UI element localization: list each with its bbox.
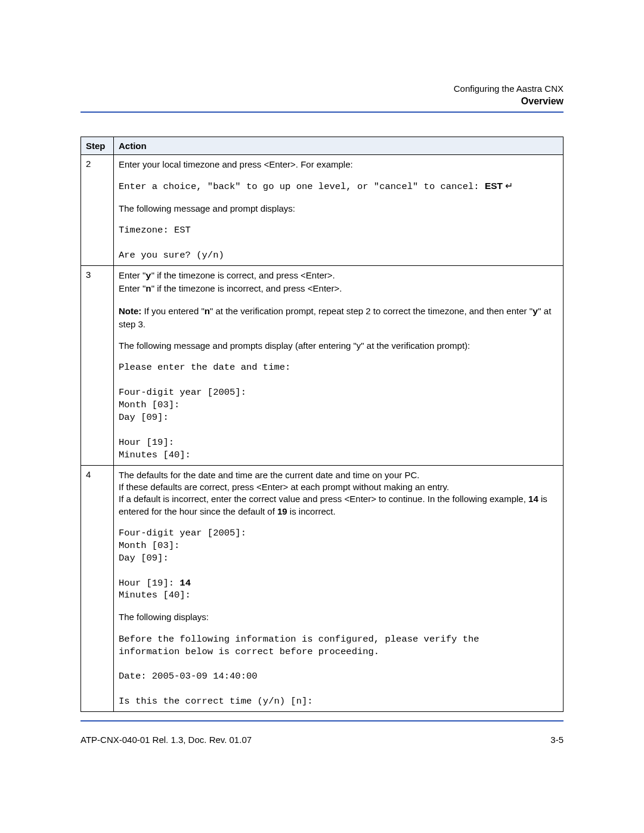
step-number: 4 [81,465,114,711]
page-header: Configuring the Aastra CNX Overview [80,83,564,107]
footer-rule [80,720,564,721]
table-row: 4 The defaults for the date and time are… [81,465,564,711]
step-action: The defaults for the date and time are t… [114,465,564,711]
return-icon: ↵ [503,181,513,191]
section-title: Overview [80,96,564,107]
footer-left: ATP-CNX-040-01 Rel. 1.3, Doc. Rev. 01.07 [80,735,252,745]
text: Enter "y" if the timezone is correct, an… [119,270,558,283]
table-row: 2 Enter your local timezone and press <E… [81,155,564,266]
code: Timezone: EST Are you sure? (y/n) [119,224,558,262]
step-number: 3 [81,266,114,466]
steps-table: Step Action 2 Enter your local timezone … [80,137,564,712]
col-action: Action [114,137,564,155]
table-row: 3 Enter "y" if the timezone is correct, … [81,266,564,466]
text: If these defaults are correct, press <En… [119,481,558,493]
text: The following displays: [119,611,558,623]
text: The defaults for the date and time are t… [119,469,558,481]
step-action: Enter your local timezone and press <Ent… [114,155,564,266]
code: Four-digit year [2005]: Month [03]: Day … [119,527,558,602]
text: The following message and prompts displa… [119,340,558,352]
note: Note: If you entered "n" at the verifica… [119,305,558,330]
text: Enter your local timezone and press <Ent… [119,159,558,171]
page-footer: ATP-CNX-040-01 Rel. 1.3, Doc. Rev. 01.07… [80,735,564,745]
step-number: 2 [81,155,114,266]
footer-right: 3-5 [550,735,564,745]
header-rule [80,112,564,113]
code: Enter a choice, "back" to go up one leve… [119,180,558,193]
code: Before the following information is conf… [119,633,558,708]
text: If a default is incorrect, enter the cor… [119,493,558,518]
text: The following message and prompt display… [119,203,558,215]
step-action: Enter "y" if the timezone is correct, an… [114,266,564,466]
text: Enter "n" if the timezone is incorrect, … [119,283,558,296]
col-step: Step [81,137,114,155]
page: Configuring the Aastra CNX Overview Step… [0,0,644,745]
chapter-title: Configuring the Aastra CNX [80,83,564,94]
code: Please enter the date and time: Four-dig… [119,361,558,461]
